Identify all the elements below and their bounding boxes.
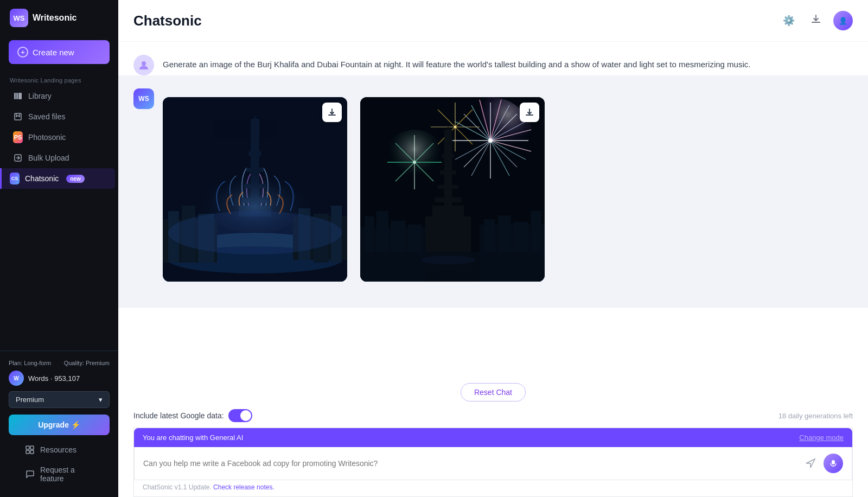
saved-files-label: Saved files (28, 112, 65, 121)
chat-mode-text: You are chatting with General AI (143, 434, 243, 442)
plan-label: Plan: Long-form (9, 360, 51, 366)
page-title: Chatsonic (133, 12, 202, 29)
footer-note-prefix: ChatSonic v1.1 Update. (143, 483, 213, 491)
sidebar-section-label: Writesonic Landing pages (0, 73, 118, 86)
svg-rect-7 (30, 450, 34, 454)
chat-input-row (134, 447, 852, 480)
change-mode-link[interactable]: Change mode (799, 434, 844, 442)
resources-icon (25, 445, 35, 455)
resources-label: Resources (40, 445, 76, 454)
header-actions: ⚙️ 👤 (779, 11, 853, 30)
svg-rect-2 (18, 93, 22, 99)
request-feature-icon (25, 469, 35, 479)
svg-point-8 (142, 61, 146, 66)
user-avatar-icon: 👤 (839, 17, 847, 25)
svg-rect-78 (432, 206, 464, 216)
ai-avatar: WS (133, 88, 154, 109)
svg-rect-77 (435, 197, 461, 202)
quality-label: Quality: Premium (64, 360, 110, 366)
sidebar-item-library[interactable]: Library (3, 86, 115, 106)
sidebar-bottom: Plan: Long-form Quality: Premium W Words… (0, 351, 118, 497)
svg-point-29 (168, 211, 342, 254)
svg-rect-0 (14, 93, 16, 99)
svg-rect-1 (16, 93, 18, 99)
ai-message-content (163, 88, 853, 282)
sidebar-footer-items: Resources Request a feature (9, 439, 110, 488)
ai-message-row: WS (118, 75, 868, 308)
saved-files-icon (13, 112, 23, 122)
export-icon (810, 14, 822, 28)
sidebar-item-bulk-upload[interactable]: Bulk Upload (3, 148, 115, 168)
chat-area: Generate an image of the Burj Khalifa an… (118, 42, 868, 377)
send-button[interactable] (802, 455, 819, 472)
writesonic-logo-icon: WS (10, 9, 28, 27)
bulk-upload-icon (13, 153, 23, 163)
library-icon (13, 91, 23, 101)
google-data-label: Include latest Google data: (133, 411, 224, 420)
create-new-button[interactable]: + Create new (9, 40, 110, 64)
sidebar-item-chatsonic[interactable]: CS Chatsonic new (0, 168, 115, 189)
mic-button[interactable] (824, 454, 843, 473)
sidebar-item-request-feature[interactable]: Request a feature (15, 460, 103, 488)
chat-footer: ChatSonic v1.1 Update. Check release not… (134, 480, 852, 496)
photosonic-label: Photosonic (28, 133, 66, 142)
release-notes-link[interactable]: Check release notes. (213, 483, 275, 491)
user-avatar-button[interactable]: 👤 (833, 11, 853, 30)
svg-rect-75 (440, 170, 456, 174)
library-label: Library (28, 92, 52, 100)
download-image-1-button[interactable] (322, 103, 342, 122)
svg-point-91 (421, 256, 475, 264)
ai-message-inner: WS (133, 88, 853, 282)
settings-button[interactable]: ⚙️ (779, 11, 799, 30)
svg-point-71 (382, 130, 447, 195)
chat-input[interactable] (143, 459, 802, 468)
svg-rect-74 (442, 154, 454, 158)
download-image-2-button[interactable] (520, 103, 539, 122)
photosonic-icon: PS (13, 132, 23, 142)
svg-rect-4 (26, 446, 29, 449)
fountain-image-card (163, 97, 347, 282)
create-new-label: Create new (33, 48, 74, 57)
svg-rect-76 (438, 185, 458, 189)
reset-chat-row: Reset Chat (133, 383, 853, 402)
bulk-upload-label: Bulk Upload (28, 154, 69, 162)
plus-circle-icon: + (17, 47, 28, 58)
sidebar-item-photosonic[interactable]: PS Photosonic (3, 127, 115, 148)
chatsonic-label: Chatsonic (25, 174, 59, 183)
upgrade-label: Upgrade ⚡ (38, 420, 80, 429)
chat-mode-bar: You are chatting with General AI Change … (134, 428, 852, 447)
user-message-text: Generate an image of the Burj Khalifa an… (163, 55, 853, 75)
sidebar: WS Writesonic + Create new Writesonic La… (0, 0, 118, 497)
sidebar-item-saved-files[interactable]: Saved files (3, 106, 115, 127)
new-badge: new (66, 175, 84, 183)
main-content: Chatsonic ⚙️ 👤 Generate an image of the … (118, 0, 868, 497)
svg-rect-92 (832, 460, 835, 464)
images-grid (163, 97, 853, 282)
app-name: Writesonic (33, 13, 77, 23)
premium-dropdown-button[interactable]: Premium ▾ (9, 391, 110, 408)
plan-info: Plan: Long-form Quality: Premium (9, 360, 110, 366)
sidebar-item-resources[interactable]: Resources (15, 439, 103, 460)
daily-generations: 18 daily generations left (778, 412, 853, 420)
user-message-row: Generate an image of the Burj Khalifa an… (133, 55, 853, 75)
reset-chat-label: Reset Chat (474, 388, 512, 397)
sidebar-logo: WS Writesonic (0, 0, 118, 36)
premium-label: Premium (16, 396, 44, 404)
request-feature-label: Request a feature (40, 466, 93, 483)
toggle-container: Include latest Google data: (133, 409, 252, 422)
gear-icon: ⚙️ (783, 15, 795, 27)
chat-input-area: You are chatting with General AI Change … (133, 428, 853, 497)
google-data-toggle[interactable] (228, 409, 252, 422)
fireworks-image-card (360, 97, 545, 282)
reset-chat-button[interactable]: Reset Chat (461, 383, 526, 402)
user-avatar (133, 55, 154, 75)
svg-rect-5 (30, 446, 34, 449)
svg-rect-15 (248, 151, 261, 156)
words-count: Words · 953,107 (28, 374, 80, 383)
words-avatar: W (9, 371, 24, 386)
words-row: W Words · 953,107 (9, 371, 110, 386)
main-header: Chatsonic ⚙️ 👤 (118, 0, 868, 42)
chat-bottom: Reset Chat Include latest Google data: 1… (118, 377, 868, 497)
export-button[interactable] (806, 11, 826, 30)
upgrade-button[interactable]: Upgrade ⚡ (9, 415, 110, 435)
